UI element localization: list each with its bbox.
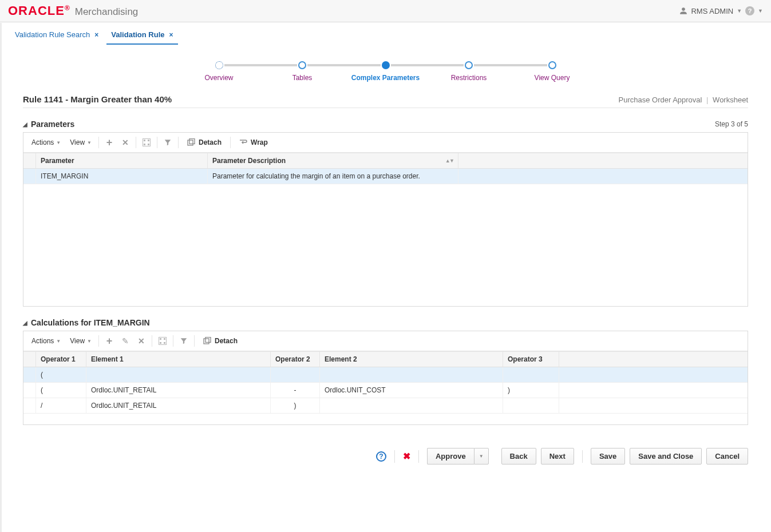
footer-toolbar: ? ✖ Approve ▼ Back Next Save Save and Cl… [23,442,748,464]
brand: ORACLE® Merchandising [8,3,138,18]
save-and-close-button[interactable]: Save and Close [630,448,702,464]
top-bar: ORACLE® Merchandising RMS ADMIN ▼ ? ▼ [0,0,771,22]
step-indicator: Step 3 of 5 [715,120,748,128]
add-button[interactable] [101,136,117,149]
train-label: Restrictions [451,74,487,82]
parameters-title[interactable]: ◢ Parameters [23,120,74,129]
col-operator-1[interactable]: Operator 1 [36,352,86,367]
x-icon [122,138,129,147]
user-menu[interactable]: RMS ADMIN ▼ ? ▼ [679,6,763,15]
svg-rect-3 [144,144,145,145]
error-indicator-icon[interactable]: ✖ [403,451,410,462]
col-parameter[interactable]: Parameter [36,153,208,168]
calculations-grid-header: Operator 1 Element 1 Operator 2 Element … [23,351,748,367]
parameters-grid-header: Parameter Parameter Description ▲ ▼ [23,153,748,169]
actions-menu[interactable]: Actions▼ [27,336,65,346]
tab-label: Validation Rule Search [15,30,90,39]
param-name: ITEM_MARGIN [36,169,208,184]
parameters-toolbar: Actions▼ View▼ [23,133,748,153]
svg-rect-13 [205,338,211,343]
table-row[interactable]: ( Ordloc.UNIT_RETAIL - Ordloc.UNIT_COST … [23,383,748,398]
svg-rect-8 [160,338,161,340]
filter-icon [164,138,172,146]
wizard-train: Overview Tables Complex Parameters Restr… [203,47,569,85]
col-parameter-description[interactable]: Parameter Description ▲ ▼ [208,153,458,168]
grid-icon [143,138,151,146]
filter-button[interactable] [176,335,192,347]
grid-icon [159,337,167,345]
train-step-tables[interactable]: Tables [297,61,307,69]
cancel-button[interactable]: Cancel [706,448,748,464]
train-step-overview[interactable]: Overview [214,61,224,69]
detach-button[interactable]: Detach [181,136,228,149]
train-label: Complex Parameters [351,74,420,82]
table-row[interactable]: ( [23,367,748,383]
approve-split-button[interactable]: Approve ▼ [427,448,489,464]
back-button[interactable]: Back [501,448,536,464]
table-row[interactable]: ITEM_MARGIN Parameter for calculating th… [23,169,748,184]
next-button[interactable]: Next [541,448,574,464]
train-step-restrictions[interactable]: Restrictions [464,61,474,69]
help-icon[interactable]: ? [745,6,754,15]
plus-icon [106,137,113,149]
tab-label: Validation Rule [111,30,164,39]
wrap-icon [239,139,247,146]
calculations-section: ◢ Calculations for ITEM_MARGIN Actions▼ … [23,317,748,425]
rule-header: Rule 1141 - Margin Greater than 40% Purc… [23,94,748,108]
chevron-down-icon: ▼ [758,8,763,14]
user-icon [679,7,687,15]
help-button[interactable]: ? [376,451,386,462]
col-operator-3[interactable]: Operator 3 [503,352,559,367]
close-icon[interactable]: × [94,31,98,39]
train-label: Overview [205,74,234,82]
left-rail [0,23,2,532]
add-button[interactable] [101,335,117,347]
calculations-toolbar: Actions▼ View▼ [23,331,748,351]
wrap-button[interactable]: Wrap [233,136,274,149]
collapse-icon: ◢ [23,121,27,128]
collapse-icon: ◢ [23,320,27,326]
close-icon[interactable]: × [169,31,173,39]
grid-options-button[interactable] [139,136,155,149]
param-description: Parameter for calculating the margin of … [208,169,458,184]
svg-rect-10 [160,342,161,344]
delete-button[interactable] [117,136,133,149]
detach-icon [203,337,211,345]
filter-button[interactable] [160,136,176,149]
table-row[interactable]: / Ordloc.UNIT_RETAIL ) [23,398,748,414]
svg-rect-11 [164,342,165,344]
delete-button[interactable] [133,335,149,347]
actions-menu[interactable]: Actions▼ [27,137,65,148]
calculations-title[interactable]: ◢ Calculations for ITEM_MARGIN [23,318,150,327]
plus-icon [106,335,113,347]
svg-rect-1 [144,140,145,141]
svg-rect-9 [164,338,165,340]
svg-rect-12 [204,339,209,344]
page-tabs: Validation Rule Search × Validation Rule… [0,22,771,45]
product-name: Merchandising [75,6,139,18]
approve-button[interactable]: Approve [427,448,474,464]
train-step-complex-parameters[interactable]: Complex Parameters [381,61,391,69]
save-button[interactable]: Save [591,448,625,464]
col-element-2[interactable]: Element 2 [320,352,503,367]
grid-options-button[interactable] [155,335,171,347]
col-element-1[interactable]: Element 1 [86,352,271,367]
oracle-logo: ORACLE® [8,3,70,18]
view-menu[interactable]: View▼ [65,336,96,346]
edit-button[interactable] [117,335,133,347]
train-step-view-query[interactable]: View Query [547,61,558,69]
sort-icon[interactable]: ▲ ▼ [445,158,453,164]
col-operator-2[interactable]: Operator 2 [271,352,320,367]
rule-context: Purchase Order Approval [618,96,702,104]
pencil-icon [122,336,129,346]
tab-validation-rule-search[interactable]: Validation Rule Search × [14,28,100,45]
content: Overview Tables Complex Parameters Restr… [0,45,771,532]
chevron-down-icon: ▼ [737,8,742,14]
detach-button[interactable]: Detach [197,335,244,347]
filter-icon [180,337,188,345]
tab-validation-rule[interactable]: Validation Rule × [110,28,174,45]
approve-dropdown[interactable]: ▼ [474,448,489,464]
rule-status: Worksheet [713,96,748,104]
view-menu[interactable]: View▼ [65,137,96,148]
svg-rect-4 [148,144,149,145]
